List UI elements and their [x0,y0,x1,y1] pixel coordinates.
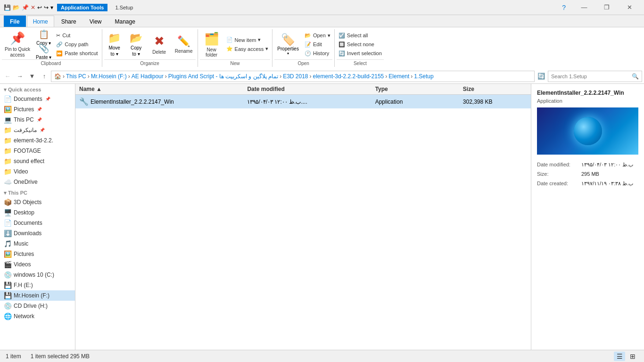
new-folder-icon: 🗂️ [204,32,219,46]
sidebar-item-documents-pc[interactable]: 📄 Documents [0,218,75,228]
invert-selection-button[interactable]: 🔄 Invert selection [337,49,384,58]
sidebar-item-video[interactable]: 📁 Video [0,166,75,177]
breadcrumb-element-build[interactable]: element-3d-2.2.2-build-2155 [313,73,384,80]
breadcrumb-ae-hadipour[interactable]: AE Hadipour [132,73,164,80]
rename-icon: ✏️ [177,35,190,48]
sidebar-item-windows-c[interactable]: 💿 windows 10 (C:) [0,270,75,280]
sound-effect-icon: 📁 [4,157,12,165]
preview-date-modified-row: Date modified: ۱۳۹۵/۰۴/۰۳ ب.ظ ۱۲:۰۰ [537,160,638,170]
details-view-button[interactable]: ☰ [614,352,625,361]
paste-shortcut-button[interactable]: ⏩ Paste shortcut [54,49,99,58]
up-button[interactable]: ↑ [39,71,50,82]
address-bar: ← → ▼ ↑ 🏠 › This PC › Mr.Hosein (F:) › A… [0,69,644,84]
quick-access-icon-6[interactable]: ↪ [44,4,49,11]
breadcrumb-element[interactable]: Element [388,73,409,80]
select-none-button[interactable]: 🔲 Select none [337,41,384,49]
recent-locations-button[interactable]: ▼ [26,71,38,82]
sidebar-item-fh-e[interactable]: 💾 F.H (E:) [0,280,75,290]
window-controls: — ❐ ✕ [573,0,640,15]
fh-e-icon: 💾 [4,281,12,289]
sidebar-item-mr-hosein-f[interactable]: 💾 Mr.Hosein (F:) [0,290,75,301]
column-size[interactable]: Size [459,84,531,94]
tab-file[interactable]: File [4,16,26,27]
edit-button[interactable]: 📝 Edit [303,41,332,49]
new-folder-button[interactable]: 🗂️ Newfolder [200,30,223,58]
easy-access-button[interactable]: ⭐ Easy access ▾ [224,45,271,53]
quick-access-icons: 💾 📂 📌 ✕ ↩ ↪ ▾ [4,4,53,11]
breadcrumb-1setup[interactable]: 1.Setup [414,73,433,80]
ribbon-group-select: ☑️ Select all 🔲 Select none 🔄 Invert sel… [335,29,386,67]
sidebar-item-documents[interactable]: 📄 Documents 📌 [0,94,75,104]
select-all-button[interactable]: ☑️ Select all [337,32,384,40]
sidebar-item-pictures[interactable]: 🖼️ Pictures 📌 [0,104,75,115]
tab-view[interactable]: View [83,16,108,27]
sidebar-item-sound-effect[interactable]: 📁 sound effect [0,156,75,166]
file-row[interactable]: 🔧 ElementInstaller_2.2.2.2147_Win ۱۳۹۵/۰… [75,95,531,108]
sidebar-item-onedrive[interactable]: ☁️ OneDrive [0,177,75,187]
sidebar-item-desktop[interactable]: 🖥️ Desktop [0,207,75,218]
refresh-button[interactable]: 🔄 [536,71,547,82]
close-button[interactable]: ✕ [619,0,640,15]
video-icon: 📁 [4,168,12,175]
search-input[interactable] [551,74,632,79]
quick-access-icon-1[interactable]: 💾 [4,4,11,11]
large-icons-view-button[interactable]: ⊞ [627,352,638,361]
rename-button[interactable]: ✏️ Rename [172,30,196,58]
quick-access-icon-7[interactable]: ▾ [50,4,53,11]
breadcrumb-this-pc[interactable]: This PC [66,73,86,80]
app-tools-label: Application Tools [57,4,107,11]
quick-access-icon-4[interactable]: ✕ [31,4,35,11]
tab-manage[interactable]: Manage [109,16,141,27]
sidebar-item-footage[interactable]: 📁 FOOTAGE [0,146,75,156]
windows-c-icon: 💿 [4,271,12,279]
search-box[interactable]: 🔍 [548,71,642,82]
open-button[interactable]: 📂 Open ▾ [303,32,332,40]
clipboard-label: Clipboard [2,59,100,67]
copy-path-button[interactable]: 🔗 Copy path [54,41,99,49]
sidebar-item-mainkraft[interactable]: 📁 مانیکرفت 📌 [0,125,75,135]
sidebar-item-element3d[interactable]: 📁 element-3d-2.2. [0,135,75,146]
column-name[interactable]: Name ▲ [75,84,243,94]
column-type[interactable]: Type [372,84,459,94]
sidebar-item-videos[interactable]: 🎬 Videos [0,259,75,270]
sidebar-item-pictures-pc[interactable]: 🖼️ Pictures [0,249,75,259]
paste-button[interactable]: 📎 Paste ▾ [34,45,53,58]
minimize-button[interactable]: — [573,0,595,15]
tab-share[interactable]: Share [55,16,83,27]
preview-date-created-row: Date created: ۱۳۹۷/۱۱/۱۹ ب.ظ ۰۳:۳۸ [537,179,638,189]
history-button[interactable]: 🕐 History [303,49,332,58]
cut-button[interactable]: ✂ Cut [54,32,99,40]
sidebar-item-3d-objects[interactable]: 📦 3D Objects [0,197,75,207]
clipboard-buttons: 📌 Pin to Quickaccess 📋 Copy ▾ 📎 Paste ▾ … [2,29,100,59]
breadcrumb-plugins[interactable]: Plugins And Script - تمام پلاگین و اسکری… [168,73,278,80]
sidebar-item-downloads[interactable]: ⬇️ Downloads [0,228,75,239]
back-button[interactable]: ← [2,71,13,82]
quick-access-icon-5[interactable]: ↩ [37,4,42,11]
quick-access-icon-3[interactable]: 📌 [22,4,29,11]
copy-to-button[interactable]: 📂 Copy to ▾ [126,30,147,58]
breadcrumb-mr-hosein[interactable]: Mr.Hosein (F:) [91,73,127,80]
sidebar-item-music[interactable]: 🎵 Music [0,239,75,249]
new-item-button[interactable]: 📄 New item ▾ [224,36,271,44]
sidebar-item-this-pc[interactable]: 💻 This PC 📌 [0,115,75,125]
forward-button[interactable]: → [14,71,25,82]
move-to-button[interactable]: 📁 Move to ▾ [104,30,125,58]
sidebar-item-cd-drive-h[interactable]: 💿 CD Drive (H:) [0,301,75,311]
pin-to-quick-access-button[interactable]: 📌 Pin to Quickaccess [2,30,33,58]
delete-button[interactable]: ✖ Delete [148,30,171,58]
breadcrumb-home-icon[interactable]: 🏠 [54,73,61,80]
copy-button[interactable]: 📋 Copy ▾ [34,31,53,44]
breadcrumb[interactable]: 🏠 › This PC › Mr.Hosein (F:) › AE Hadipo… [51,71,535,82]
breadcrumb-e3d[interactable]: E3D 2018 [283,73,308,80]
quick-access-icon-2[interactable]: 📂 [13,4,20,11]
column-date-modified[interactable]: Date modified [243,84,371,94]
sidebar-item-network[interactable]: 🌐 Network [0,311,75,321]
restore-button[interactable]: ❐ [596,0,618,15]
preview-date-created-label: Date created: [537,179,579,189]
preview-date-modified-label: Date modified: [537,160,579,170]
properties-button[interactable]: 🏷️ Properties ▾ [274,30,302,58]
file-type-icon: 🔧 [79,97,89,106]
open-edit-history: 📂 Open ▾ 📝 Edit 🕐 History [303,32,332,58]
help-icon[interactable]: ? [562,4,566,11]
tab-home[interactable]: Home [27,16,54,27]
